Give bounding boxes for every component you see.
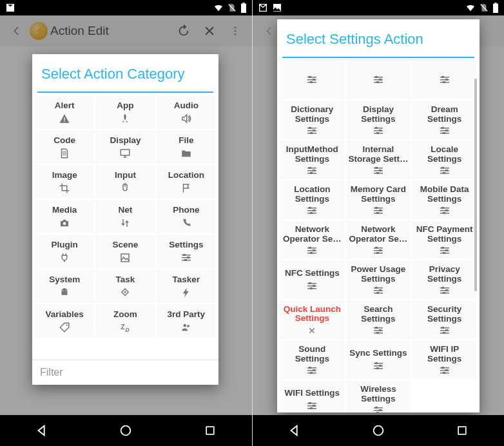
inputmethod-settings-item[interactable]: InputMethod Settings xyxy=(280,141,345,179)
nfc-payment-settings-item[interactable]: NFC Payment Settings xyxy=(412,220,477,259)
scrollbar-thumb[interactable] xyxy=(474,79,477,291)
svg-rect-10 xyxy=(121,254,129,262)
alert-item[interactable]: Alert xyxy=(35,95,94,129)
phone-item[interactable]: Phone xyxy=(157,200,216,233)
nav-recent-button[interactable] xyxy=(196,416,224,445)
network-operator-se-item[interactable]: Network Operator Se… xyxy=(346,220,411,259)
nav-back-button[interactable] xyxy=(280,416,309,445)
x-icon: ✕ xyxy=(308,325,316,336)
security-settings-item[interactable]: Security Settings xyxy=(412,300,477,339)
mobile-data-settings-item[interactable]: Mobile Data Settings xyxy=(412,180,477,219)
nav-home-button[interactable] xyxy=(111,416,140,445)
sound-settings-item[interactable]: Sound Settings xyxy=(280,340,345,379)
item-label: Location Settings xyxy=(281,185,344,203)
item-label: App xyxy=(117,101,133,110)
zoom-item[interactable]: ZoomZ xyxy=(95,304,155,338)
item-label: Scene xyxy=(113,240,139,249)
search-settings-item[interactable]: Search Settings xyxy=(346,300,411,339)
dictionary-settings-item[interactable]: Dictionary Settings xyxy=(280,101,345,139)
wifi-icon xyxy=(213,3,224,13)
image-item[interactable]: Image xyxy=(35,165,94,199)
right-screen: A Select Settings Action Dictionary Sett… xyxy=(252,0,504,446)
item-label: NFC Settings xyxy=(285,269,340,278)
svg-point-13 xyxy=(124,291,126,293)
item-1-item[interactable] xyxy=(346,61,411,99)
tasker-item[interactable]: Tasker xyxy=(157,269,216,303)
wifi-settings-item[interactable]: WIFI Settings xyxy=(280,380,345,412)
left-screen: Action Edit Select Action Category Alert… xyxy=(0,0,252,446)
scene-item[interactable]: Scene xyxy=(95,235,155,268)
settings-item[interactable]: Settings xyxy=(157,235,216,268)
location-item[interactable]: Location xyxy=(157,165,216,199)
email-icon xyxy=(5,3,15,13)
wireless-settings-item[interactable]: Wireless Settings xyxy=(346,380,411,412)
zoom-icon: Z xyxy=(119,322,131,333)
nav-back-button[interactable] xyxy=(28,416,56,445)
item-label: Mobile Data Settings xyxy=(413,185,476,203)
swap-vertical-icon xyxy=(119,217,131,229)
plugin-item[interactable]: Plugin xyxy=(35,235,94,268)
crop-icon xyxy=(59,182,70,194)
location-settings-item[interactable]: Location Settings xyxy=(280,180,345,219)
app-item[interactable]: App xyxy=(95,95,155,129)
item-label: Plugin xyxy=(52,240,78,249)
net-item[interactable]: Net xyxy=(95,200,155,233)
item-label: Memory Card Settings xyxy=(347,185,410,203)
rocket-icon xyxy=(119,113,131,124)
svg-point-19 xyxy=(121,426,131,436)
privacy-settings-item[interactable]: Privacy Settings xyxy=(412,260,477,299)
filter-input[interactable] xyxy=(40,367,211,378)
item-label: InputMethod Settings xyxy=(281,145,344,163)
warning-icon xyxy=(59,113,70,124)
system-item[interactable]: System xyxy=(35,269,94,303)
tune-icon xyxy=(374,126,383,136)
3rd-party-item[interactable]: 3rd Party xyxy=(157,304,216,338)
item-label: Display xyxy=(110,136,141,145)
network-operator-se-item[interactable]: Network Operator Se… xyxy=(280,220,345,259)
internal-storage-sett-item[interactable]: Internal Storage Sett… xyxy=(346,141,411,179)
tune-icon xyxy=(307,246,316,256)
svg-point-18 xyxy=(187,325,189,327)
wifi-ip-settings-item[interactable]: WIFI IP Settings xyxy=(412,340,477,379)
quick-launch-settings-item[interactable]: Quick Launch Settings✕ xyxy=(280,300,345,339)
display-item[interactable]: Display xyxy=(95,130,155,164)
item-2-item[interactable] xyxy=(412,61,477,99)
code-item[interactable]: Code xyxy=(35,130,94,164)
audio-item[interactable]: Audio xyxy=(157,95,216,129)
tune-icon xyxy=(440,246,449,256)
variables-item[interactable]: Variables xyxy=(35,304,94,338)
svg-rect-1 xyxy=(241,4,246,13)
file-item[interactable]: File xyxy=(157,130,216,164)
tune-icon xyxy=(307,74,316,86)
nav-recent-button[interactable] xyxy=(448,416,476,445)
camera-icon xyxy=(59,217,70,229)
svg-point-25 xyxy=(374,426,383,436)
status-bar xyxy=(0,0,252,15)
task-item[interactable]: Task xyxy=(95,269,155,303)
tune-icon xyxy=(374,166,383,176)
monitor-icon xyxy=(119,148,131,159)
dream-settings-item[interactable]: Dream Settings xyxy=(412,101,477,139)
tune-icon xyxy=(440,126,449,136)
item-0-item[interactable] xyxy=(280,61,345,99)
nav-home-button[interactable] xyxy=(364,416,393,445)
locale-settings-item[interactable]: Locale Settings xyxy=(412,141,477,179)
nav-bar xyxy=(0,415,252,446)
item-label: Alert xyxy=(55,101,75,110)
display-settings-item[interactable]: Display Settings xyxy=(346,101,411,139)
media-item[interactable]: Media xyxy=(35,200,94,233)
input-item[interactable]: Input xyxy=(95,165,155,199)
filter-row xyxy=(32,360,218,385)
memory-card-settings-item[interactable]: Memory Card Settings xyxy=(346,180,411,219)
nfc-settings-item[interactable]: NFC Settings xyxy=(280,260,345,299)
tune-icon xyxy=(307,126,316,136)
tune-icon xyxy=(440,286,449,296)
svg-rect-6 xyxy=(121,150,130,155)
no-sim-icon xyxy=(480,3,489,13)
document-icon xyxy=(59,148,70,159)
svg-rect-2 xyxy=(242,3,244,4)
item-label: Settings xyxy=(169,240,203,249)
tune-icon xyxy=(374,360,383,372)
power-usage-settings-item[interactable]: Power Usage Settings xyxy=(346,260,411,299)
sync-settings-item[interactable]: Sync Settings xyxy=(346,340,411,379)
